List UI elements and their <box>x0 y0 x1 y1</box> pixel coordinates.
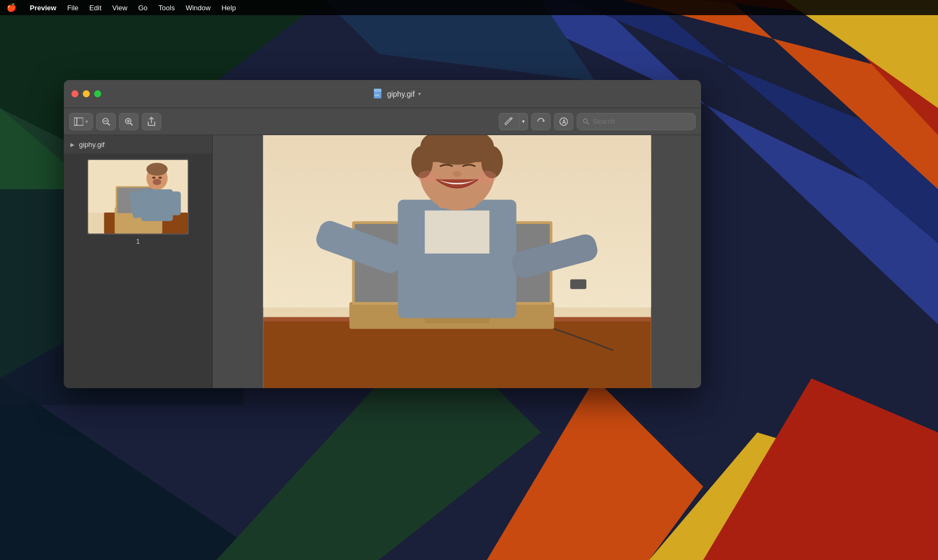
thumbnail-number: 1 <box>136 238 140 245</box>
svg-point-74 <box>453 171 461 177</box>
thumbnail-frame[interactable]: &#x <box>87 159 189 235</box>
svg-rect-46 <box>165 191 181 215</box>
svg-text:A: A <box>562 119 566 125</box>
svg-point-49 <box>158 177 162 179</box>
search-icon <box>583 118 590 125</box>
sidebar: ▶ giphy.gif <box>64 135 213 388</box>
svg-line-29 <box>510 118 511 119</box>
window-title: giphy.gif <box>387 90 414 98</box>
share-icon <box>147 117 156 126</box>
title-center: GIF giphy.gif ▾ <box>101 89 693 99</box>
thumbnail-item[interactable]: &#x <box>69 159 207 245</box>
zoom-out-button[interactable] <box>96 113 116 130</box>
svg-marker-30 <box>542 119 544 122</box>
svg-rect-20 <box>74 118 83 125</box>
svg-rect-65 <box>570 279 586 289</box>
rotate-icon <box>537 117 545 126</box>
menu-tools[interactable]: Tools <box>158 4 175 12</box>
markup-button[interactable]: A <box>554 113 573 130</box>
preview-window: GIF giphy.gif ▾ ▾ <box>64 80 701 388</box>
sidebar-triangle-icon: ▶ <box>70 142 75 148</box>
sidebar-toggle-icon <box>74 117 83 126</box>
svg-point-73 <box>477 171 496 184</box>
search-bar[interactable] <box>577 113 696 130</box>
pen-button-group: ▾ <box>499 113 528 130</box>
rotate-button[interactable] <box>531 113 551 130</box>
svg-point-33 <box>583 119 587 123</box>
traffic-lights <box>71 90 101 97</box>
minimize-button[interactable] <box>83 90 90 97</box>
sidebar-thumbnails[interactable]: &#x <box>64 154 212 388</box>
maximize-button[interactable] <box>94 90 101 97</box>
svg-line-28 <box>130 123 133 125</box>
title-bar: GIF giphy.gif ▾ <box>64 80 701 108</box>
svg-point-43 <box>147 163 168 175</box>
markup-icon: A <box>559 117 569 126</box>
close-button[interactable] <box>71 90 78 97</box>
zoom-in-icon <box>124 117 133 126</box>
menu-preview[interactable]: Preview <box>30 4 56 12</box>
svg-line-24 <box>108 123 110 125</box>
svg-rect-62 <box>425 210 489 254</box>
menu-go[interactable]: Go <box>138 4 147 12</box>
preview-image: ⌘ <box>262 135 652 388</box>
menu-window[interactable]: Window <box>186 4 210 12</box>
pen-dropdown-button[interactable]: ▾ <box>519 113 528 130</box>
svg-line-34 <box>587 122 589 124</box>
menu-view[interactable]: View <box>113 4 128 12</box>
menu-edit[interactable]: Edit <box>89 4 101 12</box>
svg-point-72 <box>418 171 437 184</box>
sidebar-header[interactable]: ▶ giphy.gif <box>64 135 212 154</box>
svg-rect-19 <box>74 118 77 125</box>
svg-point-48 <box>152 177 155 179</box>
sidebar-toggle-button[interactable]: ▾ <box>69 113 93 130</box>
file-icon: GIF <box>374 89 384 99</box>
thumbnail-image: &#x <box>88 159 188 235</box>
menu-file[interactable]: File <box>67 4 78 12</box>
window-body: ▶ giphy.gif <box>64 135 701 388</box>
pen-button[interactable] <box>499 113 519 130</box>
menu-help[interactable]: Help <box>221 4 236 12</box>
menu-bar: 🍎 Preview File Edit View Go Tools Window… <box>0 0 938 15</box>
search-input[interactable] <box>593 117 690 125</box>
share-button[interactable] <box>142 113 161 130</box>
main-content: ⌘ <box>213 135 701 388</box>
svg-text:GIF: GIF <box>375 94 379 97</box>
sidebar-filename: giphy.gif <box>79 141 104 149</box>
svg-point-47 <box>153 179 161 185</box>
zoom-out-icon <box>102 117 110 126</box>
apple-menu[interactable]: 🍎 <box>6 3 17 12</box>
svg-rect-17 <box>374 89 381 92</box>
title-chevron-icon[interactable]: ▾ <box>418 91 421 97</box>
pen-icon <box>505 117 513 126</box>
zoom-in-button[interactable] <box>119 113 138 130</box>
toolbar: ▾ <box>64 108 701 135</box>
sidebar-toggle-chevron: ▾ <box>85 119 88 124</box>
